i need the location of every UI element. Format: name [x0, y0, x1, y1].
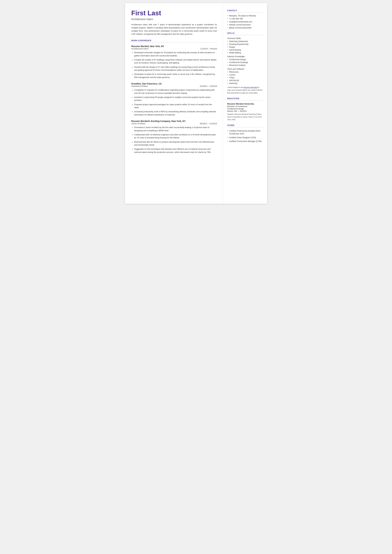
bullet-2-2: Assisted in supervising 55 people assign…	[134, 96, 217, 102]
skill-rhinoceros: Rhinoceros	[227, 71, 263, 73]
skill-sketching: Sketching (Advanced)	[227, 40, 263, 42]
left-column: First Last Architecture Intern Architect…	[125, 3, 223, 204]
skill-lumion: Lumion	[227, 74, 263, 76]
job-bullets-1: Developed schematic designs for 30 proje…	[131, 51, 217, 79]
skill-sketchup: SketchUp	[227, 82, 263, 84]
job-role-2: Assistant Architect	[131, 85, 148, 87]
tools-list: Rhinoceros Lumion V-Ray ARCHICAD SketchU…	[227, 71, 263, 84]
contact-list: Memphis, TN (Open to Remote) +1-234-456-…	[227, 15, 263, 29]
tools-label: Tools and Software:	[227, 68, 263, 70]
skill-vray: V-Ray	[227, 77, 263, 79]
other-heading: OTHER	[227, 124, 263, 127]
promo-text: • Don't forget to use Resume Worded to s…	[227, 86, 263, 94]
skill-arch-design: Architectural Design	[227, 58, 263, 61]
edu-awards: Awards: Resume Worded Teaching Fellow (o…	[227, 113, 263, 121]
contact-item-location: Memphis, TN (Open to Remote)	[227, 15, 263, 17]
candidate-name: First Last	[131, 9, 217, 17]
job-block-3: Resume Worded's Exciting Company, New Yo…	[131, 120, 217, 154]
bullet-1-3: Assisted with the design of 27 new offic…	[134, 66, 217, 72]
bullet-2-4: Increased productivity north of 80% by s…	[134, 110, 217, 116]
job-title-line-3: Junior Architect 06/2012 – 01/2015	[131, 122, 217, 125]
technical-skills-label: Technical Skills:	[227, 37, 263, 40]
job-block-1: Resume Worded, New York, NY Architectura…	[131, 45, 217, 79]
job-title-line-2: Assistant Architect 02/2015 – 10/2019	[131, 85, 217, 87]
job-dates-2: 02/2015 – 10/2019	[200, 85, 217, 87]
skill-hand-drawing: Hand-drawing	[227, 49, 263, 51]
bullet-3-1: Promoted to Junior Architect by the firm…	[134, 126, 217, 132]
skill-arch-drawings: Architectural Drawings	[227, 61, 263, 63]
job-block-2: Growthsi, San Francisco, CA Assistant Ar…	[131, 83, 217, 116]
skill-drawing: Drawing (Experienced)	[227, 43, 263, 45]
bullet-1-1: Developed schematic designs for 30 proje…	[134, 51, 217, 57]
contact-item-phone: +1-234-456-789	[227, 18, 263, 20]
contact-item-linkedin: linkedin.com/in/username	[227, 24, 263, 26]
promo-link[interactable]: Resume Worded	[244, 86, 257, 88]
industry-knowledge-label: Industry Knowledge:	[227, 56, 263, 58]
bullet-2-3: Prepared project approval packages for m…	[134, 103, 217, 109]
industry-skills-list: Architectural Design Architectural Drawi…	[227, 58, 263, 66]
job-dates-1: 11/2019 – Present	[200, 48, 217, 50]
technical-skills-list: Sketching (Advanced) Drawing (Experience…	[227, 40, 263, 54]
edu-degree: Bachelor of Architecture	[227, 105, 263, 108]
other-item-3: Certified Construction Manager (CCM).	[227, 140, 263, 143]
job-role-3: Junior Architect	[131, 122, 145, 125]
contact-heading: CONTACT	[227, 9, 263, 13]
other-item-2: Certified Urban Designer (CUD).	[227, 136, 263, 139]
job-company-3: Resume Worded's Exciting Company, New Yo…	[131, 120, 217, 122]
bullet-1-4: Developed 14 plans for a community youth…	[134, 73, 217, 79]
right-column: CONTACT Memphis, TN (Open to Remote) +1-…	[223, 3, 267, 204]
job-company-1: Resume Worded, New York, NY	[131, 45, 217, 48]
edu-location: Boston, MA — 05/2012	[227, 110, 263, 112]
edu-school: Resume Worded University	[227, 103, 263, 105]
job-role-1: Architectural Intern	[131, 48, 148, 50]
candidate-title: Architecture Intern	[131, 18, 217, 21]
edu-block-1: Resume Worded University Bachelor of Arc…	[227, 103, 263, 121]
resume-page: First Last Architecture Intern Architect…	[125, 3, 267, 204]
bullet-1-2: Created 3D models of 97 buildings using …	[134, 58, 217, 65]
contact-item-email: email@resumeworded.com	[227, 21, 263, 23]
job-title-line-1: Architectural Intern 11/2019 – Present	[131, 48, 217, 50]
bullet-3-4: Suggested 13 new techniques that allowed…	[134, 148, 217, 154]
bullet-3-2: Collaborated with 13 electrical engineer…	[134, 133, 217, 140]
skill-archicad: ARCHICAD	[227, 79, 263, 82]
bullet-3-3: Brainstormed with 40 clients to produce …	[134, 140, 217, 147]
education-heading: EDUCATION	[227, 98, 263, 100]
job-bullets-3: Promoted to Junior Architect by the firm…	[131, 126, 217, 154]
job-bullets-2: Completed 47 requests for modifications …	[131, 89, 217, 116]
skills-heading: SKILLS	[227, 32, 263, 35]
edu-field: Architectural design	[227, 108, 263, 110]
summary-text: Architecture intern with over 7 years of…	[131, 23, 217, 36]
skill-model-making: Model Making	[227, 52, 263, 54]
bullet-2-1: Completed 47 requests for modifications …	[134, 89, 217, 95]
skill-movement-analysis: Movement Analysis	[227, 64, 263, 66]
contact-item-github: github.com/resumeworded	[227, 27, 263, 29]
job-company-2: Growthsi, San Francisco, CA	[131, 83, 217, 85]
skill-design: Design	[227, 46, 263, 48]
job-dates-3: 06/2012 – 01/2015	[200, 122, 217, 125]
work-experience-heading: WORK EXPERIENCE	[131, 40, 217, 42]
other-list: Certified Professional Autodesk Revit Ar…	[227, 129, 263, 143]
other-item-1: Certified Professional Autodesk Revit Ar…	[227, 129, 263, 135]
